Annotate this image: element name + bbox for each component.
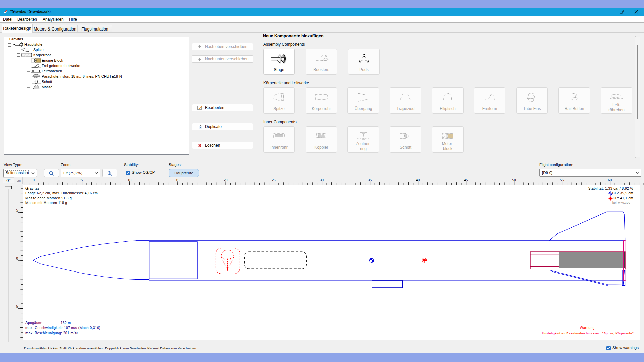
svg-text:0: 0 bbox=[16, 257, 18, 260]
svg-text:25: 25 bbox=[272, 178, 276, 182]
svg-text:30: 30 bbox=[320, 178, 324, 182]
svg-text:45: 45 bbox=[464, 178, 468, 182]
svg-text:40: 40 bbox=[416, 178, 420, 182]
svg-text:55: 55 bbox=[560, 178, 564, 182]
svg-text:60: 60 bbox=[608, 178, 612, 182]
svg-text:10: 10 bbox=[128, 178, 132, 182]
svg-text:15: 15 bbox=[176, 178, 180, 182]
svg-text:35: 35 bbox=[368, 178, 372, 182]
svg-text:0: 0 bbox=[33, 178, 35, 182]
svg-text:-5: -5 bbox=[15, 305, 18, 308]
svg-text:20: 20 bbox=[224, 178, 228, 182]
svg-text:5: 5 bbox=[16, 208, 18, 212]
svg-text:5: 5 bbox=[80, 178, 83, 182]
svg-text:50: 50 bbox=[512, 178, 516, 182]
